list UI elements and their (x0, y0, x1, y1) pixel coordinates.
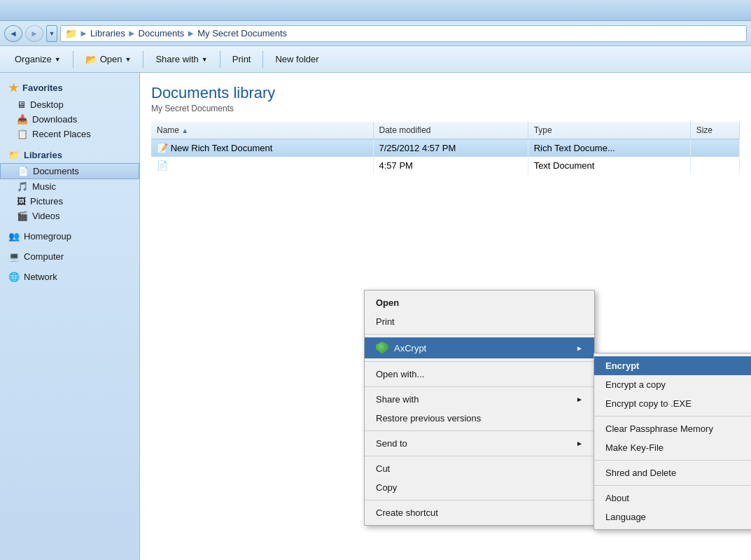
homegroup-section: 👥 Homegroup (0, 229, 139, 244)
ctx-separator-3 (365, 386, 594, 387)
computer-section: 💻 Computer (0, 249, 139, 264)
col-name[interactable]: Name ▲ (151, 122, 373, 139)
ctx-print[interactable]: Print (365, 312, 594, 331)
library-title: Documents library (151, 84, 740, 102)
ctx-encrypt-copy[interactable]: Encrypt a copy (594, 375, 751, 394)
sidebar-item-desktop[interactable]: 🖥 Desktop (0, 97, 139, 112)
path-libraries[interactable]: Libraries (90, 28, 125, 38)
homegroup-label: Homegroup (24, 231, 71, 241)
ctx-open[interactable]: Open (365, 293, 594, 312)
sidebar-item-network[interactable]: 🌐 Network (0, 270, 139, 284)
file-date-cell: 7/25/2012 4:57 PM (373, 139, 528, 158)
homegroup-icon: 👥 (8, 231, 20, 241)
col-size[interactable]: Size (690, 122, 739, 139)
recent-icon: 📋 (17, 129, 28, 139)
ctx-separator-1 (365, 334, 594, 335)
ctx-share-with[interactable]: Share with ► (365, 390, 594, 409)
ctx-make-keyfile[interactable]: Make Key-File (594, 438, 751, 457)
file-icon-2: 📄 (157, 160, 168, 171)
ctx-separator-6 (365, 500, 594, 500)
file-type-cell-2: Text Document (528, 157, 690, 174)
ctx-clear-passphrase[interactable]: Clear Passphrase Memory (594, 419, 751, 438)
ctx-about[interactable]: About (594, 489, 751, 507)
videos-label: Videos (32, 211, 60, 221)
back-button[interactable]: ◄ (4, 25, 22, 42)
path-secret[interactable]: My Secret Documents (197, 28, 287, 38)
forward-button[interactable]: ► (25, 25, 43, 42)
ctx-open-with[interactable]: Open with... (365, 365, 594, 384)
col-type[interactable]: Type (528, 122, 690, 139)
sidebar-item-pictures[interactable]: 🖼 Pictures (0, 194, 139, 209)
file-table: Name ▲ Date modified Type Size 📝 New Ric… (151, 122, 740, 174)
axcrypt-shield-icon (376, 342, 388, 354)
ctx-restore[interactable]: Restore previous versions (365, 409, 594, 428)
computer-icon: 💻 (8, 251, 20, 262)
documents-icon: 📄 (17, 166, 29, 176)
file-date-cell-2: 4:57 PM (373, 157, 528, 174)
network-icon: 🌐 (8, 272, 20, 282)
libraries-header[interactable]: 📁 Libraries (0, 147, 139, 163)
context-menu-left: Open Print AxCrypt ► Open with... Share … (364, 290, 595, 526)
music-icon: 🎵 (17, 181, 28, 192)
share-with-button[interactable]: Share with ▼ (148, 50, 215, 69)
share-arrow-icon: ► (576, 396, 583, 403)
open-button[interactable]: 📂 Open ▼ (78, 50, 139, 69)
favorites-label: Favorites (22, 83, 63, 93)
table-row[interactable]: 📝 New Rich Text Document 7/25/2012 4:57 … (151, 139, 740, 158)
ctx-shred-delete[interactable]: Shred and Delete (594, 463, 751, 482)
main-layout: ★ Favorites 🖥 Desktop 📥 Downloads 📋 Rece… (0, 73, 751, 560)
toolbar-separator-2 (143, 51, 143, 68)
ctx-right-separator-1 (594, 416, 751, 416)
favorites-header[interactable]: ★ Favorites (0, 78, 139, 97)
table-row[interactable]: 📄 4:57 PM Text Document (151, 157, 740, 174)
recent-label: Recent Places (32, 129, 91, 139)
folder-icon: 📁 (65, 28, 77, 39)
sidebar-item-recent-places[interactable]: 📋 Recent Places (0, 127, 139, 141)
col-date[interactable]: Date modified (373, 122, 528, 139)
address-bar: ◄ ► ▼ 📁 ► Libraries ► Documents ► My Sec… (0, 21, 751, 46)
desktop-icon: 🖥 (17, 99, 26, 110)
file-type-cell: Rich Text Docume... (528, 139, 690, 158)
downloads-icon: 📥 (17, 114, 28, 125)
ctx-copy[interactable]: Copy (365, 478, 594, 497)
file-name-cell-2: 📄 (151, 157, 373, 174)
table-header-row: Name ▲ Date modified Type Size (151, 122, 740, 139)
ctx-language[interactable]: Language ► (594, 507, 751, 526)
sidebar-item-documents[interactable]: 📄 Documents (0, 163, 139, 179)
ctx-separator-2 (365, 361, 594, 362)
content-area: Documents library My Secret Documents Na… (140, 73, 751, 560)
address-path[interactable]: 📁 ► Libraries ► Documents ► My Secret Do… (60, 25, 747, 42)
network-label: Network (24, 272, 57, 282)
sidebar-item-homegroup[interactable]: 👥 Homegroup (0, 229, 139, 244)
libraries-label: Libraries (24, 150, 62, 160)
ctx-right-separator-2 (594, 460, 751, 461)
title-bar (0, 0, 751, 21)
path-documents[interactable]: Documents (139, 28, 185, 38)
ctx-cut[interactable]: Cut (365, 459, 594, 478)
organize-button[interactable]: Organize ▼ (7, 50, 69, 69)
sidebar-item-music[interactable]: 🎵 Music (0, 179, 139, 194)
downloads-label: Downloads (32, 114, 77, 125)
ctx-right-separator-3 (594, 485, 751, 486)
print-button[interactable]: Print (225, 50, 259, 69)
documents-label: Documents (33, 166, 79, 176)
sidebar-item-downloads[interactable]: 📥 Downloads (0, 112, 139, 127)
ctx-send-to[interactable]: Send to ► (365, 434, 594, 453)
file-icon: 📝 (157, 143, 168, 153)
ctx-encrypt-exe[interactable]: Encrypt copy to .EXE (594, 394, 751, 413)
new-folder-button[interactable]: New folder (267, 50, 326, 69)
nav-dropdown-button[interactable]: ▼ (46, 25, 57, 42)
toolbar-separator-3 (220, 51, 220, 68)
sidebar-item-videos[interactable]: 🎬 Videos (0, 209, 139, 223)
toolbar: Organize ▼ 📂 Open ▼ Share with ▼ Print N… (0, 46, 751, 73)
sidebar-item-computer[interactable]: 💻 Computer (0, 249, 139, 264)
file-size-cell (690, 139, 739, 158)
ctx-encrypt[interactable]: Encrypt (594, 356, 751, 375)
ctx-create-shortcut[interactable]: Create shortcut (365, 503, 594, 522)
toolbar-separator-1 (73, 51, 73, 68)
ctx-separator-5 (365, 456, 594, 456)
ctx-axcrypt[interactable]: AxCrypt ► (365, 337, 594, 358)
sidebar: ★ Favorites 🖥 Desktop 📥 Downloads 📋 Rece… (0, 73, 140, 560)
file-name-cell: 📝 New Rich Text Document (151, 139, 373, 158)
music-label: Music (32, 181, 56, 192)
